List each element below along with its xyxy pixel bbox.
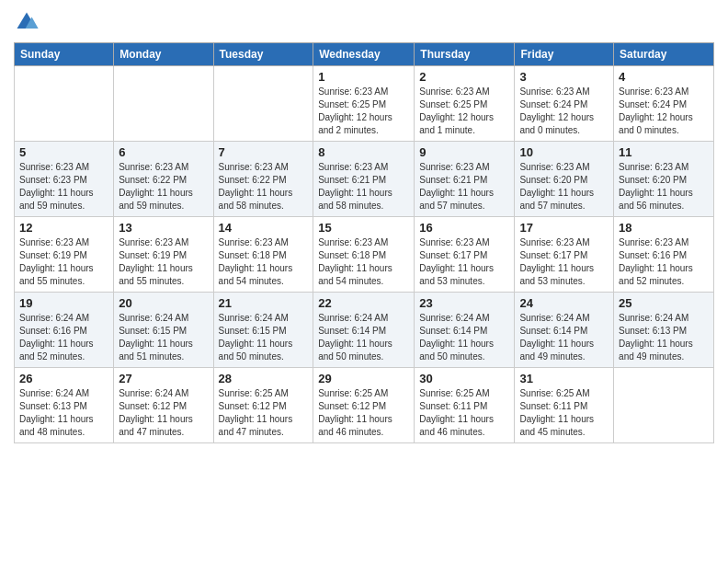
day-info: Sunrise: 6:23 AM Sunset: 6:24 PM Dayligh… [619, 86, 709, 137]
day-info: Sunrise: 6:23 AM Sunset: 6:24 PM Dayligh… [519, 86, 609, 137]
day-number: 10 [519, 145, 609, 159]
day-info: Sunrise: 6:23 AM Sunset: 6:17 PM Dayligh… [519, 236, 609, 288]
day-info: Sunrise: 6:23 AM Sunset: 6:16 PM Dayligh… [619, 236, 709, 288]
calendar-cell: 22Sunrise: 6:24 AM Sunset: 6:14 PM Dayli… [313, 293, 415, 368]
day-number: 26 [19, 372, 108, 385]
day-info: Sunrise: 6:24 AM Sunset: 6:12 PM Dayligh… [119, 387, 208, 439]
day-info: Sunrise: 6:25 AM Sunset: 6:12 PM Dayligh… [318, 387, 409, 439]
day-number: 27 [119, 372, 208, 385]
day-number: 14 [219, 221, 309, 235]
day-number: 13 [119, 221, 208, 235]
calendar-table: SundayMondayTuesdayWednesdayThursdayFrid… [14, 42, 714, 443]
calendar-cell: 26Sunrise: 6:24 AM Sunset: 6:13 PM Dayli… [15, 368, 114, 443]
calendar-cell [114, 66, 213, 142]
calendar-cell: 7Sunrise: 6:23 AM Sunset: 6:22 PM Daylig… [213, 142, 313, 217]
calendar-cell: 4Sunrise: 6:23 AM Sunset: 6:24 PM Daylig… [614, 66, 714, 142]
calendar-body: 1Sunrise: 6:23 AM Sunset: 6:25 PM Daylig… [15, 66, 714, 443]
header-day-monday: Monday [114, 43, 213, 66]
day-info: Sunrise: 6:23 AM Sunset: 6:25 PM Dayligh… [318, 86, 409, 137]
calendar-cell: 27Sunrise: 6:24 AM Sunset: 6:12 PM Dayli… [114, 368, 213, 443]
day-number: 17 [519, 221, 609, 235]
calendar-cell: 21Sunrise: 6:24 AM Sunset: 6:15 PM Dayli… [213, 293, 313, 368]
day-number: 29 [318, 372, 409, 385]
calendar-cell: 2Sunrise: 6:23 AM Sunset: 6:25 PM Daylig… [415, 66, 515, 142]
day-info: Sunrise: 6:23 AM Sunset: 6:17 PM Dayligh… [419, 236, 509, 288]
day-info: Sunrise: 6:23 AM Sunset: 6:19 PM Dayligh… [19, 236, 108, 288]
header-day-saturday: Saturday [614, 43, 714, 66]
calendar-cell: 11Sunrise: 6:23 AM Sunset: 6:20 PM Dayli… [614, 142, 714, 217]
calendar-header: SundayMondayTuesdayWednesdayThursdayFrid… [15, 43, 714, 66]
day-number: 31 [519, 372, 609, 385]
day-info: Sunrise: 6:25 AM Sunset: 6:11 PM Dayligh… [519, 387, 609, 439]
day-number: 11 [619, 145, 709, 159]
day-number: 19 [19, 296, 108, 310]
week-row-3: 19Sunrise: 6:24 AM Sunset: 6:16 PM Dayli… [15, 293, 714, 368]
day-number: 21 [219, 296, 309, 310]
day-number: 4 [619, 70, 709, 84]
day-info: Sunrise: 6:23 AM Sunset: 6:18 PM Dayligh… [318, 236, 409, 288]
day-number: 1 [318, 70, 409, 84]
day-number: 20 [119, 296, 208, 310]
day-number: 15 [318, 221, 409, 235]
day-info: Sunrise: 6:23 AM Sunset: 6:20 PM Dayligh… [619, 161, 709, 213]
calendar-cell: 19Sunrise: 6:24 AM Sunset: 6:16 PM Dayli… [15, 293, 114, 368]
day-number: 25 [619, 296, 709, 310]
calendar-cell: 1Sunrise: 6:23 AM Sunset: 6:25 PM Daylig… [313, 66, 415, 142]
day-number: 9 [419, 145, 509, 159]
day-info: Sunrise: 6:24 AM Sunset: 6:15 PM Dayligh… [219, 312, 309, 363]
header-day-wednesday: Wednesday [313, 43, 415, 66]
header-day-tuesday: Tuesday [213, 43, 313, 66]
day-number: 7 [219, 145, 309, 159]
logo [14, 9, 43, 35]
day-number: 3 [519, 70, 609, 84]
day-info: Sunrise: 6:23 AM Sunset: 6:23 PM Dayligh… [19, 161, 108, 213]
calendar-cell: 28Sunrise: 6:25 AM Sunset: 6:12 PM Dayli… [213, 368, 313, 443]
calendar-cell: 16Sunrise: 6:23 AM Sunset: 6:17 PM Dayli… [415, 217, 515, 293]
day-number: 18 [619, 221, 709, 235]
logo-icon [14, 9, 40, 35]
calendar-cell: 18Sunrise: 6:23 AM Sunset: 6:16 PM Dayli… [614, 217, 714, 293]
week-row-2: 12Sunrise: 6:23 AM Sunset: 6:19 PM Dayli… [15, 217, 714, 293]
calendar-cell: 24Sunrise: 6:24 AM Sunset: 6:14 PM Dayli… [515, 293, 614, 368]
day-number: 30 [419, 372, 509, 385]
day-number: 8 [318, 145, 409, 159]
header-day-friday: Friday [515, 43, 614, 66]
calendar-cell: 13Sunrise: 6:23 AM Sunset: 6:19 PM Dayli… [114, 217, 213, 293]
day-info: Sunrise: 6:23 AM Sunset: 6:19 PM Dayligh… [119, 236, 208, 288]
day-number: 12 [19, 221, 108, 235]
day-number: 2 [419, 70, 509, 84]
day-info: Sunrise: 6:24 AM Sunset: 6:14 PM Dayligh… [318, 312, 409, 363]
day-info: Sunrise: 6:25 AM Sunset: 6:11 PM Dayligh… [419, 387, 509, 439]
day-number: 6 [119, 145, 208, 159]
day-number: 23 [419, 296, 509, 310]
day-info: Sunrise: 6:24 AM Sunset: 6:14 PM Dayligh… [519, 312, 609, 363]
calendar-cell: 14Sunrise: 6:23 AM Sunset: 6:18 PM Dayli… [213, 217, 313, 293]
day-info: Sunrise: 6:24 AM Sunset: 6:13 PM Dayligh… [619, 312, 709, 363]
day-number: 24 [519, 296, 609, 310]
calendar-cell [15, 66, 114, 142]
calendar-cell: 17Sunrise: 6:23 AM Sunset: 6:17 PM Dayli… [515, 217, 614, 293]
calendar-cell: 20Sunrise: 6:24 AM Sunset: 6:15 PM Dayli… [114, 293, 213, 368]
day-info: Sunrise: 6:23 AM Sunset: 6:22 PM Dayligh… [219, 161, 309, 213]
page: SundayMondayTuesdayWednesdayThursdayFrid… [0, 0, 728, 563]
day-info: Sunrise: 6:23 AM Sunset: 6:21 PM Dayligh… [419, 161, 509, 213]
calendar-cell: 30Sunrise: 6:25 AM Sunset: 6:11 PM Dayli… [415, 368, 515, 443]
calendar-cell: 10Sunrise: 6:23 AM Sunset: 6:20 PM Dayli… [515, 142, 614, 217]
day-number: 22 [318, 296, 409, 310]
day-info: Sunrise: 6:24 AM Sunset: 6:13 PM Dayligh… [19, 387, 108, 439]
day-info: Sunrise: 6:23 AM Sunset: 6:22 PM Dayligh… [119, 161, 208, 213]
day-info: Sunrise: 6:23 AM Sunset: 6:18 PM Dayligh… [219, 236, 309, 288]
calendar-cell: 6Sunrise: 6:23 AM Sunset: 6:22 PM Daylig… [114, 142, 213, 217]
day-info: Sunrise: 6:23 AM Sunset: 6:20 PM Dayligh… [519, 161, 609, 213]
calendar-cell: 12Sunrise: 6:23 AM Sunset: 6:19 PM Dayli… [15, 217, 114, 293]
header-day-thursday: Thursday [415, 43, 515, 66]
day-number: 28 [219, 372, 309, 385]
header-row: SundayMondayTuesdayWednesdayThursdayFrid… [15, 43, 714, 66]
week-row-0: 1Sunrise: 6:23 AM Sunset: 6:25 PM Daylig… [15, 66, 714, 142]
week-row-4: 26Sunrise: 6:24 AM Sunset: 6:13 PM Dayli… [15, 368, 714, 443]
calendar-cell: 5Sunrise: 6:23 AM Sunset: 6:23 PM Daylig… [15, 142, 114, 217]
calendar-cell: 25Sunrise: 6:24 AM Sunset: 6:13 PM Dayli… [614, 293, 714, 368]
day-number: 16 [419, 221, 509, 235]
calendar-cell: 29Sunrise: 6:25 AM Sunset: 6:12 PM Dayli… [313, 368, 415, 443]
day-info: Sunrise: 6:24 AM Sunset: 6:15 PM Dayligh… [119, 312, 208, 363]
